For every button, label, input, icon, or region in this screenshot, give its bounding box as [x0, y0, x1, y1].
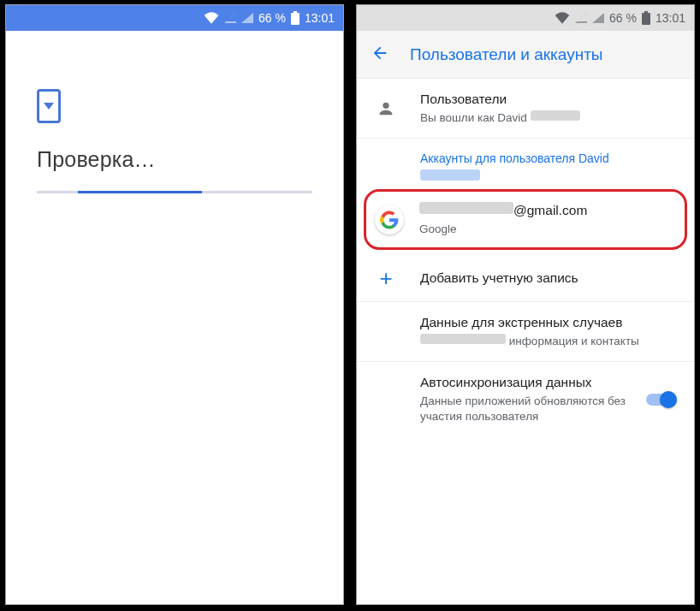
google-logo-icon	[375, 205, 404, 234]
row-google-account[interactable]: xxxxxxxxx@gmail.com Google	[366, 192, 685, 247]
section-accounts-header: Аккаунты для пользователя David	[357, 139, 694, 184]
status-bar: 66 % 13:01	[6, 5, 343, 31]
setup-body: Проверка…	[6, 31, 343, 193]
highlighted-account: xxxxxxxxx@gmail.com Google	[364, 189, 687, 250]
wifi-icon	[204, 12, 219, 24]
phone-download-icon	[37, 89, 61, 123]
row-add-account[interactable]: + Добавить учетную запись	[357, 255, 694, 302]
wifi-icon	[555, 12, 570, 24]
add-account-label: Добавить учетную запись	[420, 270, 679, 288]
account-email: xxxxxxxxx@gmail.com	[419, 202, 676, 220]
signal-empty-icon	[575, 13, 587, 23]
battery-icon	[642, 11, 650, 25]
row-users[interactable]: Пользователи Вы вошли как David xxxxx	[357, 79, 694, 139]
signal-partial-icon	[241, 13, 253, 23]
users-title: Пользователи	[420, 91, 679, 109]
autosync-subtitle: Данные приложений обновляются без участи…	[420, 394, 634, 424]
app-bar: Пользователи и аккаунты	[357, 31, 694, 79]
status-bar: 66 % 13:01	[357, 5, 694, 31]
autosync-toggle[interactable]	[646, 391, 677, 408]
battery-percent: 66 %	[609, 11, 637, 25]
person-icon	[372, 99, 400, 118]
autosync-title: Автосинхронизация данных	[420, 374, 634, 392]
emergency-title: Данные для экстренных случаев	[420, 314, 679, 332]
settings-list: Пользователи Вы вошли как David xxxxx Ак…	[357, 79, 694, 604]
battery-icon	[291, 11, 300, 25]
phone-screen-right: 66 % 13:01 Пользователи и аккаунты Польз…	[356, 4, 695, 605]
row-emergency[interactable]: Данные для экстренных случаев xxxxxxx ин…	[357, 302, 694, 362]
battery-percent: 66 %	[258, 11, 286, 25]
progress-indeterminate	[37, 191, 312, 193]
appbar-title: Пользователи и аккаунты	[410, 45, 603, 64]
row-autosync[interactable]: Автосинхронизация данных Данные приложен…	[357, 362, 694, 436]
signal-partial-icon	[592, 13, 604, 23]
clock: 13:01	[305, 11, 335, 25]
clock: 13:01	[656, 11, 685, 25]
phone-screen-left: 66 % 13:01 Проверка…	[5, 4, 344, 605]
plus-icon: +	[372, 267, 400, 289]
back-button[interactable]	[371, 44, 389, 66]
users-subtitle: Вы вошли как David xxxxx	[420, 110, 679, 126]
signal-empty-icon	[224, 13, 236, 23]
emergency-subtitle: xxxxxxx информация и контакты	[420, 334, 679, 349]
account-provider: Google	[419, 222, 676, 237]
checking-title: Проверка…	[37, 147, 312, 172]
